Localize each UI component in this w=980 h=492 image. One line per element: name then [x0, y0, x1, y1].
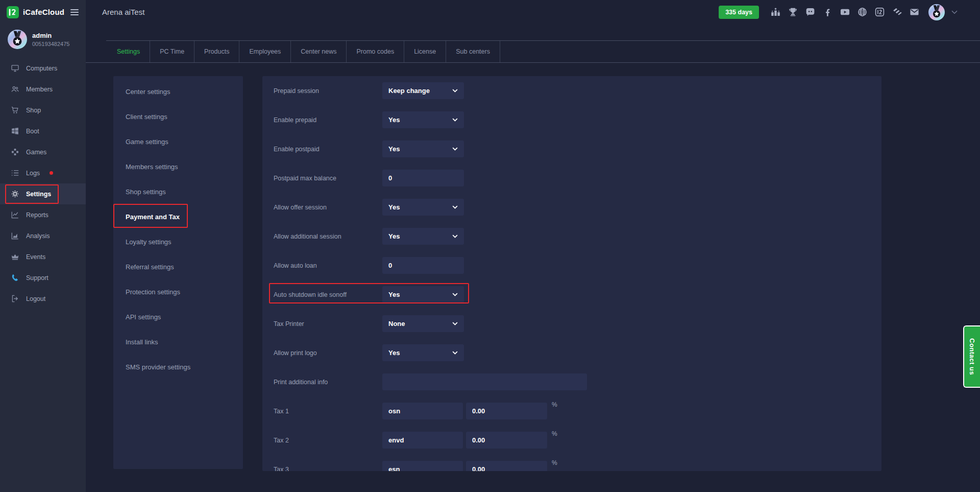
tab-settings[interactable]: Settings [107, 41, 150, 62]
main-content: SettingsPC TimeProductsEmployeesCenter n… [86, 24, 980, 492]
layers-icon[interactable] [892, 7, 902, 17]
user-avatar[interactable] [928, 4, 945, 20]
input-postpaid-max-balance[interactable]: 0 [382, 170, 464, 186]
select-auto-shutdown-idle-sonoff[interactable]: Yes [382, 286, 464, 303]
select-tax-printer[interactable]: None [382, 315, 464, 332]
icafecloud-icon[interactable] [874, 7, 885, 17]
sidebar: admin 005193482475 Computers Members Sho… [0, 24, 86, 492]
field-value: envd [388, 436, 404, 444]
form-row-auto-shutdown-idle-sonoff: Auto shutdown idle sonoffYes [262, 280, 881, 309]
center-name: Arena aiTest [102, 8, 144, 16]
contact-us-tab[interactable]: Contact us [963, 325, 980, 388]
license-days-badge[interactable]: 335 days [719, 6, 759, 19]
sidebar-item-settings[interactable]: Settings [0, 183, 86, 204]
settings-nav-api-settings[interactable]: API settings [113, 304, 243, 330]
settings-nav-panel: Center settingsClient settingsGame setti… [113, 76, 243, 469]
settings-nav-payment-and-tax[interactable]: Payment and Tax [113, 204, 243, 229]
form-row-postpaid-max-balance: Postpaid max balance0 [262, 163, 881, 193]
field-label-tax-1: Tax 1 [262, 408, 382, 415]
sidebar-item-games[interactable]: Games [0, 142, 86, 162]
input-tax-1-percent[interactable]: 0.00 [466, 403, 547, 419]
sidebar-item-logout[interactable]: Logout [0, 288, 86, 309]
sidebar-item-logs[interactable]: Logs [0, 162, 86, 183]
youtube-icon[interactable] [840, 7, 850, 17]
sidebar-item-support[interactable]: Support [0, 267, 86, 288]
globe-icon[interactable] [857, 7, 868, 17]
settings-nav-loyalty-settings[interactable]: Loyalty settings [113, 229, 243, 254]
tab-pc-time[interactable]: PC Time [150, 41, 194, 62]
facebook-icon[interactable] [822, 7, 833, 17]
settings-nav-game-settings[interactable]: Game settings [113, 129, 243, 154]
field-label-print-additional-info: Print additional info [262, 379, 382, 386]
settings-nav-center-settings[interactable]: Center settings [113, 79, 243, 104]
input-tax-1-name[interactable]: osn [382, 403, 463, 419]
select-allow-offer-session[interactable]: Yes [382, 199, 464, 216]
field-label-allow-offer-session: Allow offer session [262, 204, 382, 211]
gamepad-icon [11, 148, 19, 156]
field-value: 0 [388, 174, 392, 182]
sidebar-item-shop[interactable]: Shop [0, 100, 86, 121]
field-label-auto-shutdown-idle-sonoff: Auto shutdown idle sonoff [262, 291, 382, 298]
select-enable-prepaid[interactable]: Yes [382, 111, 464, 128]
tab-bar: SettingsPC TimeProductsEmployeesCenter n… [107, 41, 500, 62]
form-row-prepaid-session: Prepaid sessionKeep change [262, 76, 881, 105]
brand-name: iCafeCloud [23, 8, 64, 16]
sidebar-item-reports[interactable]: Reports [0, 204, 86, 225]
field-value: 0.00 [472, 407, 485, 415]
percent-suffix: % [552, 459, 557, 466]
form-row-tax-printer: Tax PrinterNone [262, 309, 881, 338]
input-allow-auto-loan[interactable]: 0 [382, 257, 464, 274]
field-value: 0.00 [472, 465, 485, 471]
mail-icon[interactable] [909, 7, 920, 17]
sidebar-item-boot[interactable]: Boot [0, 121, 86, 142]
settings-nav-members-settings[interactable]: Members settings [113, 154, 243, 179]
input-tax-2-name[interactable]: envd [382, 432, 463, 449]
field-value: 0 [388, 262, 392, 269]
chevron-down-icon [452, 89, 458, 92]
field-value: Keep change [388, 87, 430, 95]
topbar-icon-list [770, 7, 920, 17]
hamburger-menu-button[interactable] [68, 7, 81, 17]
tab-employees[interactable]: Employees [239, 41, 291, 62]
settings-nav-shop-settings[interactable]: Shop settings [113, 179, 243, 204]
input-print-additional-info[interactable] [382, 373, 587, 390]
tab-promo-codes[interactable]: Promo codes [347, 41, 404, 62]
trophy-icon[interactable] [788, 7, 798, 17]
settings-nav-install-links[interactable]: Install links [113, 330, 243, 355]
tab-center-news[interactable]: Center news [291, 41, 347, 62]
input-tax-3-percent[interactable]: 0.00 [466, 461, 547, 471]
settings-nav-protection-settings[interactable]: Protection settings [113, 279, 243, 304]
chevron-down-icon[interactable] [951, 10, 958, 14]
cart-icon [11, 106, 19, 114]
select-allow-print-logo[interactable]: Yes [382, 344, 464, 361]
tab-products[interactable]: Products [194, 41, 239, 62]
input-tax-2-percent[interactable]: 0.00 [466, 432, 547, 449]
select-prepaid-session[interactable]: Keep change [382, 82, 464, 99]
field-value: Yes [388, 232, 400, 240]
input-tax-3-name[interactable]: esn [382, 461, 463, 471]
select-enable-postpaid[interactable]: Yes [382, 140, 464, 157]
field-value: osn [388, 407, 400, 415]
user-name: admin [32, 32, 69, 39]
settings-nav-client-settings[interactable]: Client settings [113, 104, 243, 129]
discord-icon[interactable] [805, 7, 816, 17]
form-row-print-additional-info: Print additional info [262, 367, 881, 396]
gear-icon [11, 190, 19, 198]
sidebar-item-members[interactable]: Members [0, 79, 86, 100]
logout-icon [11, 294, 19, 303]
tab-license[interactable]: License [404, 41, 446, 62]
form-row-enable-prepaid: Enable prepaidYes [262, 105, 881, 134]
field-label-postpaid-max-balance: Postpaid max balance [262, 175, 382, 182]
settings-nav-sms-provider-settings[interactable]: SMS provider settings [113, 355, 243, 380]
chevron-down-icon [452, 147, 458, 151]
ranking-icon[interactable] [770, 7, 781, 17]
select-allow-additional-session[interactable]: Yes [382, 228, 464, 245]
topbar: iCafeCloud Arena aiTest 335 days [0, 0, 980, 24]
sidebar-item-events[interactable]: Events [0, 246, 86, 267]
settings-nav-referral-settings[interactable]: Referral settings [113, 254, 243, 279]
chevron-down-icon [452, 235, 458, 238]
sidebar-item-analysis[interactable]: Analysis [0, 225, 86, 246]
sidebar-item-computers[interactable]: Computers [0, 58, 86, 79]
tab-sub-centers[interactable]: Sub centers [446, 41, 500, 62]
field-label-allow-auto-loan: Allow auto loan [262, 262, 382, 269]
